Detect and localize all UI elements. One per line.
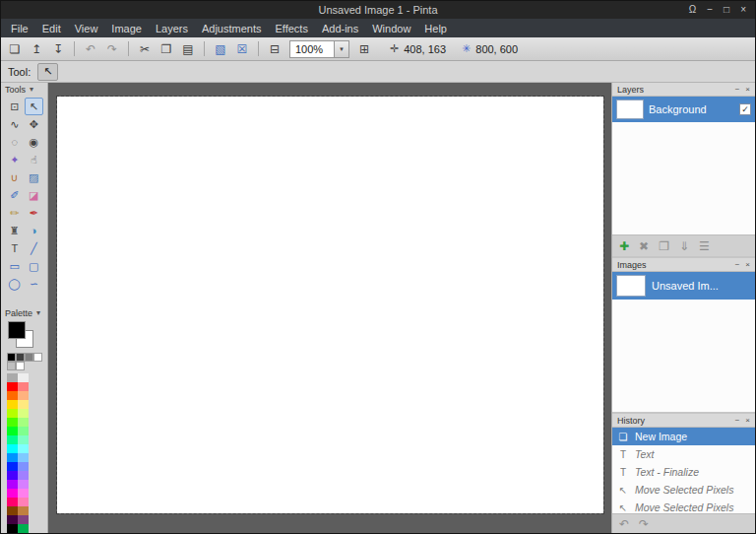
tool-paint-bucket[interactable]: ∪ (5, 168, 25, 186)
close-panel-icon[interactable]: × (745, 416, 750, 425)
recent-color-swatch[interactable] (25, 353, 33, 362)
history-entry[interactable]: TText (612, 445, 755, 463)
tool-lasso-select[interactable]: ∿ (5, 115, 25, 133)
palette-color-swatch[interactable] (18, 391, 29, 400)
close-icon[interactable]: × (740, 1, 746, 19)
deselect-all-button[interactable]: ☒ (232, 39, 252, 59)
delete-layer-button[interactable]: ✖ (639, 239, 649, 253)
palette-color-swatch[interactable] (7, 462, 18, 471)
tool-rectangle[interactable]: ▭ (5, 257, 25, 275)
palette-color-swatch[interactable] (7, 489, 18, 498)
copy-button[interactable]: ❐ (157, 39, 176, 59)
palette-color-swatch[interactable] (18, 471, 29, 480)
new-image-button[interactable]: ❏ (5, 39, 25, 59)
palette-color-swatch[interactable] (18, 515, 29, 524)
menu-item-layers[interactable]: Layers (149, 20, 195, 37)
zoom-combobox[interactable]: 100%▼ (289, 40, 349, 58)
tool-magic-wand[interactable]: ✦ (5, 151, 25, 168)
palette-color-swatch[interactable] (18, 400, 29, 409)
tool-ellipse[interactable]: ◯ (5, 275, 25, 293)
add-layer-button[interactable]: ✚ (619, 239, 629, 253)
palette-color-swatch[interactable] (7, 409, 18, 418)
tool-text[interactable]: T (5, 239, 25, 257)
merge-layer-down-button[interactable]: ⇓ (679, 239, 689, 253)
close-panel-icon[interactable]: × (745, 260, 750, 269)
palette-color-swatch[interactable] (18, 382, 29, 391)
history-entry[interactable]: ❏New Image (612, 428, 755, 445)
palette-color-swatch[interactable] (7, 427, 18, 435)
palette-color-swatch[interactable] (18, 480, 29, 489)
canvas[interactable] (57, 97, 603, 513)
tool-rectangle-select[interactable]: ⊡ (5, 98, 25, 115)
palette-color-swatch[interactable] (18, 462, 29, 471)
title-bar[interactable]: Unsaved Image 1 - Pinta Ω−□× (1, 1, 755, 19)
tool-paintbrush[interactable]: ✐ (5, 186, 25, 204)
palette-color-swatch[interactable] (7, 453, 18, 462)
tools-panel-header[interactable]: Tools ▾ (1, 83, 47, 96)
zoom-dropdown-arrow-icon[interactable]: ▼ (335, 40, 349, 58)
tool-recolor[interactable]: ◑ (25, 222, 44, 239)
palette-color-swatch[interactable] (7, 400, 18, 409)
tool-rounded-rectangle[interactable]: ▢ (25, 257, 44, 275)
minimize-panel-icon[interactable]: − (735, 260, 740, 269)
recent-color-swatch[interactable] (16, 353, 25, 362)
history-redo-button[interactable]: ↷ (639, 517, 649, 531)
palette-color-swatch[interactable] (7, 480, 18, 489)
palette-color-swatch[interactable] (18, 435, 29, 444)
palette-color-swatch[interactable] (18, 409, 29, 418)
recent-color-swatch[interactable] (7, 353, 16, 362)
tool-ellipse-select[interactable]: ◌ (5, 133, 25, 151)
layer-row[interactable]: Background✓ (612, 97, 755, 122)
palette-color-swatch[interactable] (7, 471, 18, 480)
menu-item-image[interactable]: Image (104, 20, 149, 37)
palette-color-swatch[interactable] (7, 506, 18, 515)
minimize-panel-icon[interactable]: − (735, 85, 740, 94)
zoom-in-button[interactable]: ⊞ (354, 39, 374, 59)
menu-item-window[interactable]: Window (365, 20, 417, 37)
palette-color-swatch[interactable] (18, 524, 29, 533)
palette-panel-header[interactable]: Palette ▾ (1, 306, 47, 319)
menu-item-adjustments[interactable]: Adjustments (195, 20, 269, 37)
recent-color-swatch[interactable] (16, 362, 25, 370)
zoom-level-field[interactable]: 100% (289, 40, 335, 58)
menu-item-edit[interactable]: Edit (35, 20, 68, 37)
duplicate-layer-button[interactable]: ❐ (659, 239, 669, 253)
tool-move-selection[interactable]: ↖ (25, 98, 44, 115)
minimize-panel-icon[interactable]: − (735, 416, 740, 425)
crop-to-selection-button[interactable]: ▧ (211, 39, 230, 59)
collapse-icon[interactable]: ▾ (36, 308, 40, 317)
layer-visibility-checkbox[interactable]: ✓ (739, 103, 751, 115)
menu-item-file[interactable]: File (4, 20, 35, 37)
palette-color-swatch[interactable] (7, 382, 18, 391)
collapse-icon[interactable]: ▾ (30, 85, 33, 94)
history-undo-button[interactable]: ↶ (619, 517, 629, 531)
save-button[interactable]: ↧ (48, 39, 68, 59)
current-tool-button[interactable]: ↖ (37, 63, 58, 81)
palette-color-swatch[interactable] (7, 498, 18, 506)
menu-item-help[interactable]: Help (417, 20, 454, 37)
minimize-icon[interactable]: − (707, 1, 713, 19)
image-row[interactable]: Unsaved Im... (612, 272, 755, 300)
palette-color-swatch[interactable] (7, 515, 18, 524)
tool-clone-stamp[interactable]: ♜ (5, 222, 25, 239)
primary-color-swatch[interactable] (8, 321, 26, 339)
zoom-out-button[interactable]: ⊟ (265, 39, 284, 59)
notification-bell-icon[interactable]: Ω (689, 1, 696, 19)
tool-gradient[interactable]: ▨ (25, 168, 44, 186)
maximize-icon[interactable]: □ (724, 1, 729, 19)
tool-zoom[interactable]: ◉ (25, 133, 44, 151)
palette-color-swatch[interactable] (18, 444, 29, 453)
palette-color-swatch[interactable] (7, 435, 18, 444)
recent-color-swatch[interactable] (7, 362, 16, 370)
history-entry[interactable]: ↖Move Selected Pixels (612, 499, 755, 513)
palette-color-swatch[interactable] (7, 373, 18, 382)
palette-color-swatch[interactable] (18, 506, 29, 515)
palette-color-swatch[interactable] (7, 418, 18, 427)
palette-color-swatch[interactable] (7, 391, 18, 400)
menu-item-add-ins[interactable]: Add-ins (315, 20, 365, 37)
paste-button[interactable]: ▤ (178, 39, 198, 59)
menu-item-effects[interactable]: Effects (269, 20, 315, 37)
tool-move-selected[interactable]: ✥ (25, 115, 44, 133)
palette-color-swatch[interactable] (18, 498, 29, 506)
open-image-button[interactable]: ↥ (27, 39, 46, 59)
